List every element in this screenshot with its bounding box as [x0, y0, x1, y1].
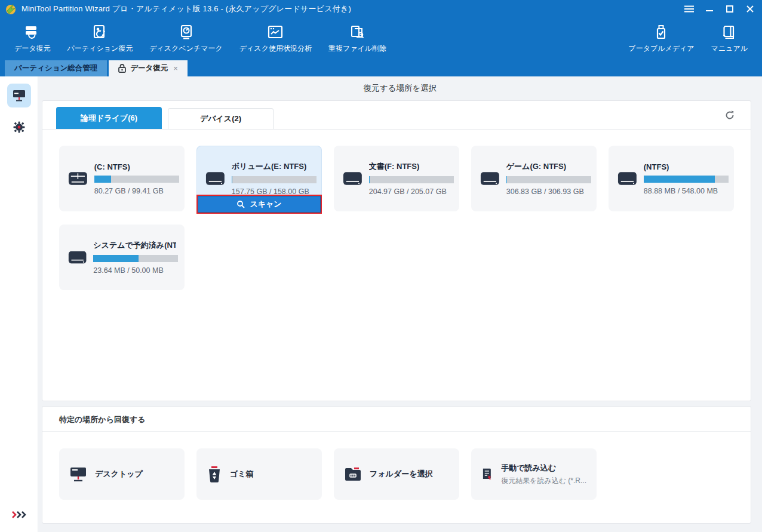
- recycle-bin-icon: [207, 466, 222, 482]
- recover-card-recycle-bin[interactable]: ゴミ箱: [196, 448, 322, 500]
- toolbar-partition-recovery[interactable]: パーティション復元: [59, 18, 142, 60]
- close-button[interactable]: [742, 2, 758, 16]
- tab-close-icon[interactable]: ×: [173, 64, 178, 73]
- sidebar-expand-button[interactable]: [0, 511, 38, 519]
- toolbar-duplicate-file-finder[interactable]: 重複ファイル削除: [320, 18, 395, 60]
- tab-partition-management[interactable]: パーティション総合管理: [5, 60, 107, 76]
- usage-bar: [94, 176, 179, 183]
- drive-name: (C: NTFS): [94, 162, 176, 171]
- drive-size: 306.83 GB / 306.93 GB: [506, 187, 588, 196]
- recover-card-load-manually[interactable]: 手動で読み込む 復元結果を読み込む (*.R...: [471, 448, 597, 500]
- drive-card-f[interactable]: 文書(F: NTFS) 204.97 GB / 205.07 GB: [334, 146, 459, 211]
- drive-name: ボリューム(E: NTFS): [232, 161, 314, 172]
- recover-card-label: ゴミ箱: [230, 469, 254, 479]
- monitor-icon: [13, 90, 26, 102]
- toolbar-bootable-media[interactable]: ブータブルメディア: [620, 18, 702, 60]
- toolbar-disk-benchmark[interactable]: ディスクベンチマーク: [141, 18, 231, 60]
- recover-card-desktop[interactable]: デスクトップ: [59, 448, 185, 500]
- toolbar-item-label: パーティション復元: [67, 44, 133, 54]
- space-analyzer-icon: [267, 24, 284, 41]
- tab-label: データ復元: [130, 63, 168, 73]
- refresh-button[interactable]: [723, 109, 736, 122]
- drive-name: 文書(F: NTFS): [369, 161, 451, 172]
- subtab-label: 論理ドライブ(6): [81, 113, 137, 124]
- recover-card-sublabel: 復元結果を読み込む (*.R...: [501, 476, 586, 486]
- usage-bar: [644, 176, 729, 183]
- disk-benchmark-icon: [178, 24, 195, 41]
- drive-icon: [342, 170, 363, 187]
- partition-recovery-icon: [91, 24, 108, 41]
- recover-card-label: フォルダーを選択: [370, 469, 433, 479]
- drive-size: 80.27 GB / 99.41 GB: [94, 187, 176, 195]
- drive-card-g[interactable]: ゲーム(G: NTFS) 306.83 GB / 306.93 GB: [471, 146, 597, 211]
- scan-button-label: スキャン: [250, 199, 281, 210]
- recover-panel: 特定の場所から回復する デスクトップ: [42, 406, 751, 524]
- tab-strip: パーティション総合管理 データ復元 ×: [0, 60, 762, 76]
- app-logo-icon: [5, 3, 17, 15]
- drive-size: 88.88 MB / 548.00 MB: [644, 187, 726, 195]
- drive-name: ゲーム(G: NTFS): [506, 161, 588, 172]
- recover-card-select-folder[interactable]: フォルダーを選択: [334, 448, 459, 500]
- toolbar-space-analyzer[interactable]: ディスク使用状況分析: [231, 18, 320, 60]
- main-toolbar: データ復元 パーティション復元 ディスクベンチマーク: [0, 18, 762, 60]
- drive-card-system-reserved[interactable]: システムで予約済み(NT... 23.64 MB / 50.00 MB: [59, 225, 185, 290]
- toolbar-item-label: 重複ファイル削除: [328, 44, 386, 54]
- toolbar-item-label: データ復元: [14, 44, 51, 54]
- system-drive-icon: [67, 170, 88, 187]
- toolbar-item-label: マニュアル: [711, 44, 748, 54]
- drive-name: (NTFS): [644, 162, 726, 171]
- minimize-button[interactable]: [701, 2, 718, 16]
- gear-icon: [13, 121, 25, 133]
- lock-icon: [118, 64, 126, 73]
- drive-icon: [480, 170, 500, 187]
- recover-section-title: 特定の場所から回復する: [42, 407, 751, 432]
- drive-name: システムで予約済み(NT...: [93, 240, 176, 251]
- recover-card-label: デスクトップ: [95, 469, 143, 479]
- tab-data-recovery[interactable]: データ復元 ×: [109, 60, 188, 76]
- bootable-media-icon: [653, 24, 669, 41]
- drives-panel: 論理ドライブ(6) デバイス(2): [42, 100, 751, 401]
- subtab-devices[interactable]: デバイス(2): [168, 108, 274, 129]
- window-title: MiniTool Partition Wizard プロ・アルティメット版 13…: [21, 4, 351, 14]
- app-window: MiniTool Partition Wizard プロ・アルティメット版 13…: [0, 0, 762, 532]
- folder-icon: [344, 466, 362, 482]
- usage-bar: [232, 176, 317, 183]
- scan-button[interactable]: スキャン: [196, 195, 322, 214]
- menu-icon[interactable]: [681, 2, 698, 16]
- tab-label: パーティション総合管理: [14, 63, 97, 73]
- duplicate-finder-icon: [349, 24, 365, 41]
- recover-cards-row: デスクトップ ゴミ箱: [42, 432, 751, 516]
- drive-card-e[interactable]: ボリューム(E: NTFS) 157.75 GB / 158.00 GB スキャ…: [196, 146, 322, 211]
- toolbar-data-recovery[interactable]: データ復元: [6, 18, 59, 60]
- drive-card-ntfs[interactable]: (NTFS) 88.88 MB / 548.00 MB: [609, 146, 734, 211]
- title-bar: MiniTool Partition Wizard プロ・アルティメット版 13…: [0, 0, 762, 18]
- content-area: 復元する場所を選択 論理ドライブ(6) デバイス(2): [0, 76, 762, 532]
- usage-bar: [369, 176, 454, 183]
- drive-card-c[interactable]: (C: NTFS) 80.27 GB / 99.41 GB: [59, 146, 185, 211]
- sidebar-item-select-location[interactable]: [7, 84, 31, 107]
- recover-card-label: 手動で読み込む: [501, 463, 586, 473]
- toolbar-manual[interactable]: マニュアル: [703, 18, 756, 60]
- load-manually-icon: [481, 465, 493, 483]
- usage-bar: [506, 176, 591, 183]
- page-title: 復元する場所を選択: [38, 76, 762, 100]
- subtab-logical-drives[interactable]: 論理ドライブ(6): [56, 107, 162, 129]
- toolbar-item-label: ブータブルメディア: [628, 44, 694, 54]
- desktop-icon: [69, 466, 87, 482]
- toolbar-item-label: ディスクベンチマーク: [149, 44, 223, 54]
- subtab-label: デバイス(2): [200, 113, 241, 124]
- left-sidebar: [0, 76, 38, 532]
- main-region: 復元する場所を選択 論理ドライブ(6) デバイス(2): [38, 76, 762, 532]
- refresh-icon: [724, 110, 735, 121]
- toolbar-item-label: ディスク使用状況分析: [239, 44, 312, 54]
- usage-bar: [93, 255, 178, 262]
- drive-icon: [617, 170, 638, 187]
- manual-icon: [721, 24, 738, 41]
- drive-size: 23.64 MB / 50.00 MB: [93, 266, 176, 275]
- magnifier-icon: [236, 200, 245, 208]
- drive-cards-grid: (C: NTFS) 80.27 GB / 99.41 GB: [42, 130, 751, 306]
- drive-size: 204.97 GB / 205.07 GB: [369, 187, 451, 196]
- maximize-button[interactable]: [721, 2, 738, 16]
- data-recovery-icon: [24, 24, 41, 41]
- sidebar-item-settings[interactable]: [7, 117, 31, 137]
